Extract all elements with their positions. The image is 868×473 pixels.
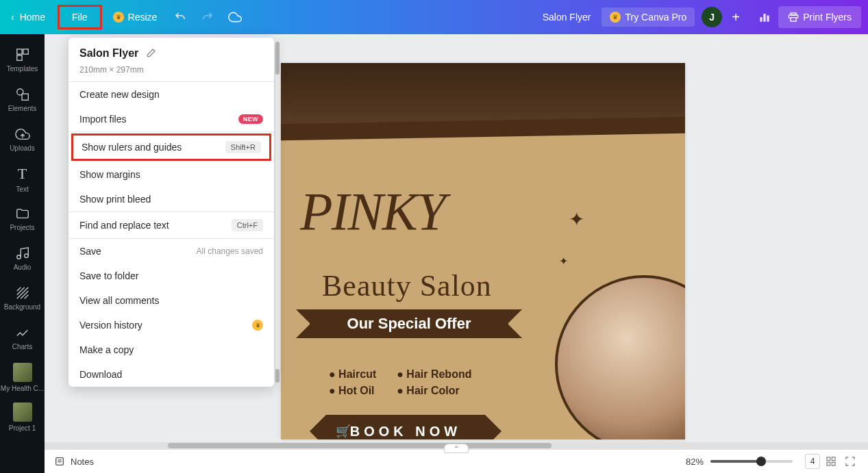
svg-rect-2	[767, 16, 769, 22]
sidebar-app-myhealth[interactable]: My Health C...	[0, 357, 45, 397]
app-thumb-icon	[13, 363, 32, 382]
sidebar-elements[interactable]: Elements	[0, 79, 45, 119]
share-plus-button[interactable]: +	[726, 8, 745, 27]
insights-button[interactable]	[751, 0, 778, 34]
design-subtitle[interactable]: Beauty Salon	[322, 268, 492, 303]
menu-label: Version history	[79, 320, 142, 331]
menu-label: Import files	[79, 114, 126, 125]
fullscreen-button[interactable]	[842, 453, 858, 470]
design-script-title[interactable]: PINKY	[300, 190, 445, 233]
try-pro-button[interactable]: ♛ Try Canva Pro	[602, 8, 695, 27]
print-flyers-button[interactable]: Print Flyers	[778, 6, 861, 28]
page-count[interactable]: 4	[805, 454, 820, 469]
sidebar-text[interactable]: T Text	[0, 159, 45, 199]
menu-save-to-folder[interactable]: Save to folder	[69, 264, 274, 288]
grid-view-button[interactable]	[823, 453, 839, 470]
menu-label: Download	[79, 369, 122, 380]
page-toggle-handle[interactable]: ⌃	[444, 444, 469, 453]
redo-button[interactable]	[194, 0, 221, 34]
rail-label: Background	[4, 303, 40, 311]
resize-button[interactable]: ♛ Resize	[103, 0, 167, 34]
menu-label: Save	[79, 246, 101, 257]
print-label: Print Flyers	[803, 12, 852, 23]
design-book-now-button[interactable]: 🛒 BOOK NOW	[326, 415, 485, 439]
try-pro-label: Try Canva Pro	[625, 12, 686, 23]
svg-rect-15	[827, 457, 830, 461]
scrollbar-thumb[interactable]	[275, 369, 280, 383]
sidebar-background[interactable]: Background	[0, 278, 45, 318]
zoom-percentage[interactable]: 82%	[686, 457, 704, 467]
menu-import-files[interactable]: Import files NEW	[69, 107, 274, 131]
scrollbar-thumb[interactable]	[168, 443, 551, 448]
file-menu-button[interactable]: File	[58, 5, 102, 29]
svg-rect-7	[16, 55, 21, 60]
menu-show-margins[interactable]: Show margins	[69, 162, 274, 187]
svg-rect-9	[22, 94, 28, 100]
sidebar-app-project1[interactable]: Project 1	[0, 397, 45, 437]
svg-rect-17	[827, 462, 830, 465]
design-page[interactable]: PINKY Beauty Salon ✦ ✦ Our Special Offer…	[281, 63, 685, 439]
rail-label: Text	[16, 186, 28, 193]
elements-icon	[15, 87, 30, 102]
menu-download[interactable]: Download	[69, 362, 274, 387]
plus-icon: +	[732, 10, 740, 25]
sidebar-projects[interactable]: Projects	[0, 199, 45, 238]
zoom-slider[interactable]	[710, 460, 793, 463]
service-item: ● Hot Oil	[329, 385, 376, 397]
service-item: ● Hair Rebond	[397, 368, 471, 381]
menu-save[interactable]: Save All changes saved	[69, 239, 274, 264]
menu-show-print-bleed[interactable]: Show print bleed	[69, 187, 274, 212]
rail-label: Charts	[12, 343, 32, 350]
app-thumb-icon	[13, 402, 32, 422]
charts-icon	[15, 325, 30, 340]
crown-icon: ♛	[610, 12, 621, 23]
avatar-initial: J	[709, 12, 715, 23]
keyboard-shortcut: Ctrl+F	[232, 219, 263, 231]
menu-find-replace[interactable]: Find and replace text Ctrl+F	[69, 212, 274, 238]
user-avatar[interactable]: J	[702, 7, 722, 27]
menu-view-all-comments[interactable]: View all comments	[69, 288, 274, 313]
dropdown-scrollbar[interactable]	[275, 42, 280, 383]
sidebar-uploads[interactable]: Uploads	[0, 119, 45, 159]
bar-chart-icon	[758, 10, 771, 24]
notes-button[interactable]: Notes	[54, 456, 94, 467]
zoom-slider-thumb[interactable]	[756, 457, 766, 466]
book-now-text: BOOK NOW	[350, 424, 461, 439]
design-offer-ribbon[interactable]: Our Special Offer	[310, 309, 508, 338]
undo-button[interactable]	[166, 0, 194, 34]
folder-icon	[15, 206, 30, 221]
menu-create-new-design[interactable]: Create new design	[69, 82, 274, 107]
sidebar-charts[interactable]: Charts	[0, 318, 45, 357]
menu-version-history[interactable]: Version history ♛	[69, 313, 274, 337]
crown-icon: ♛	[252, 320, 263, 331]
scrollbar-thumb[interactable]	[275, 42, 280, 75]
menu-label: View all comments	[79, 295, 159, 306]
document-title[interactable]: Salon Flyer	[543, 12, 591, 23]
cloud-icon	[228, 10, 242, 24]
service-item: ● Haircut	[329, 368, 376, 381]
left-sidebar: Templates Elements Uploads T Text Projec…	[0, 34, 45, 473]
file-dropdown-menu: Salon Flyer 210mm × 297mm Create new des…	[69, 38, 274, 387]
design-portrait-image[interactable]	[555, 275, 685, 439]
sparkle-icon: ✦	[569, 208, 584, 231]
keyboard-shortcut: Shift+R	[225, 141, 261, 153]
templates-icon	[15, 47, 30, 62]
svg-rect-0	[760, 17, 762, 22]
rail-label: Templates	[7, 65, 38, 73]
rail-label: Projects	[10, 224, 34, 231]
menu-label: Make a copy	[79, 344, 134, 355]
home-button[interactable]: ‹ Home	[0, 0, 56, 34]
menu-make-a-copy[interactable]: Make a copy	[69, 337, 274, 362]
svg-rect-5	[16, 49, 21, 53]
cloud-sync-button[interactable]	[221, 0, 249, 34]
sparkle-icon: ✦	[559, 255, 568, 268]
sidebar-templates[interactable]: Templates	[0, 40, 45, 79]
sidebar-audio[interactable]: Audio	[0, 238, 45, 278]
menu-label: Create new design	[79, 89, 160, 100]
svg-rect-4	[791, 18, 796, 21]
dropdown-dimensions: 210mm × 297mm	[79, 65, 263, 75]
pencil-icon[interactable]	[145, 48, 156, 59]
rail-label: My Health C...	[1, 385, 44, 392]
design-services-list[interactable]: ● Haircut ● Hot Oil ● Hair Rebond ● Hair…	[329, 368, 489, 401]
menu-show-rulers-guides[interactable]: Show rulers and guides Shift+R	[71, 133, 271, 161]
